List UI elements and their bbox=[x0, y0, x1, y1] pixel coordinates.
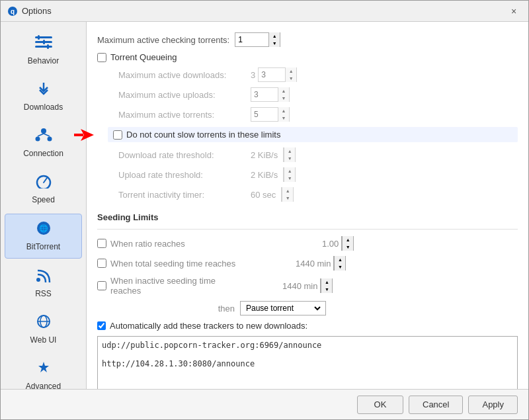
max-uploads-spinbox-btns: ▲ ▼ bbox=[278, 87, 289, 102]
sidebar-item-label-webui: Web UI bbox=[30, 335, 57, 345]
when-inactive-value: 1440 min bbox=[282, 281, 317, 291]
when-ratio-value: 1.00 bbox=[322, 239, 339, 249]
bottom-bar: OK Cancel Apply bbox=[1, 389, 528, 419]
when-total-up[interactable]: ▲ bbox=[335, 256, 345, 263]
when-inactive-label[interactable]: When inactive seeding time reaches bbox=[110, 276, 243, 296]
upload-rate-value: 2 KiB/s bbox=[251, 170, 278, 180]
svg-rect-4 bbox=[35, 46, 52, 48]
download-rate-up[interactable]: ▲ bbox=[284, 147, 295, 155]
max-uploads-up[interactable]: ▲ bbox=[278, 87, 289, 95]
sidebar-item-label-advanced: Advanced bbox=[26, 382, 61, 389]
connection-icon bbox=[34, 128, 53, 146]
then-select[interactable]: Pause torrent bbox=[240, 301, 326, 315]
inactivity-timer-down[interactable]: ▼ bbox=[282, 194, 293, 202]
when-total-row: When total seeding time reaches 1440 min… bbox=[97, 256, 518, 271]
max-downloads-up[interactable]: ▲ bbox=[286, 67, 296, 75]
auto-add-trackers-label[interactable]: Automatically add these trackers to new … bbox=[110, 321, 307, 331]
svg-line-13 bbox=[38, 134, 44, 136]
when-ratio-spinbox[interactable]: ▲ ▼ bbox=[341, 236, 354, 251]
when-total-checkbox[interactable] bbox=[97, 259, 106, 268]
max-uploads-row: Maximum active uploads: ▲ ▼ bbox=[108, 87, 518, 102]
torrent-queueing-checkbox[interactable] bbox=[97, 53, 106, 62]
do-not-count-label[interactable]: Do not count slow torrents in these limi… bbox=[126, 130, 280, 140]
max-checking-spinbox[interactable]: ▲ ▼ bbox=[235, 32, 280, 47]
when-ratio-label[interactable]: When ratio reaches bbox=[110, 239, 243, 249]
speed-icon bbox=[35, 174, 52, 192]
sidebar-item-connection[interactable]: Connection bbox=[5, 121, 82, 165]
when-total-spinbox[interactable]: ▲ ▼ bbox=[333, 256, 346, 271]
svg-rect-2 bbox=[35, 36, 52, 38]
download-rate-spinbox-btns: ▲ ▼ bbox=[284, 147, 295, 162]
when-inactive-spinbox[interactable]: ▲ ▼ bbox=[320, 278, 333, 293]
upload-rate-down[interactable]: ▼ bbox=[284, 175, 295, 182]
max-uploads-down[interactable]: ▼ bbox=[278, 95, 289, 102]
inactivity-timer-up[interactable]: ▲ bbox=[282, 187, 293, 194]
sidebar-item-bittorrent[interactable]: 🌐 BitTorrent bbox=[5, 214, 82, 259]
sidebar-item-advanced[interactable]: Advanced bbox=[5, 354, 82, 389]
then-select-input[interactable]: Pause torrent bbox=[243, 303, 323, 314]
sidebar-item-webui[interactable]: Web UI bbox=[5, 308, 82, 351]
when-total-down[interactable]: ▼ bbox=[335, 263, 345, 271]
inactivity-timer-row: Torrent inactivity timer: 60 sec ▲ ▼ bbox=[108, 187, 518, 202]
ok-button[interactable]: OK bbox=[357, 396, 403, 414]
max-uploads-input[interactable] bbox=[251, 88, 278, 101]
when-total-checkbox-row: When total seeding time reaches bbox=[97, 259, 282, 269]
inactivity-timer-spinbox-btns: ▲ ▼ bbox=[282, 187, 293, 202]
cancel-button[interactable]: Cancel bbox=[409, 396, 463, 414]
svg-rect-9 bbox=[74, 134, 83, 136]
max-torrents-up[interactable]: ▲ bbox=[278, 107, 289, 114]
sidebar-item-behavior[interactable]: Behavior bbox=[5, 28, 82, 72]
download-rate-down[interactable]: ▼ bbox=[284, 155, 295, 162]
when-inactive-down[interactable]: ▼ bbox=[321, 286, 332, 293]
max-checking-spinbox-btns: ▲ ▼ bbox=[268, 32, 280, 47]
then-label: then bbox=[108, 304, 240, 314]
close-button[interactable]: × bbox=[506, 3, 522, 19]
when-inactive-up[interactable]: ▲ bbox=[321, 278, 332, 286]
max-torrents-spinbox[interactable]: ▲ ▼ bbox=[251, 107, 290, 122]
upload-rate-label: Upload rate threshold: bbox=[118, 170, 251, 180]
when-ratio-up[interactable]: ▲ bbox=[343, 236, 353, 243]
upload-rate-spinbox[interactable]: ▲ ▼ bbox=[283, 167, 296, 182]
when-total-label[interactable]: When total seeding time reaches bbox=[110, 259, 243, 269]
max-downloads-row: Maximum active downloads: 3 ▲ ▼ bbox=[108, 67, 518, 82]
svg-text:q: q bbox=[11, 8, 15, 15]
max-torrents-down[interactable]: ▼ bbox=[278, 114, 289, 122]
max-checking-up[interactable]: ▲ bbox=[269, 32, 280, 40]
svg-point-10 bbox=[41, 128, 46, 134]
max-checking-down[interactable]: ▼ bbox=[269, 40, 280, 47]
max-torrents-label: Maximum active torrents: bbox=[118, 110, 251, 120]
downloads-icon bbox=[35, 81, 52, 100]
max-torrents-row: Maximum active torrents: ▲ ▼ bbox=[108, 107, 518, 122]
max-downloads-down[interactable]: ▼ bbox=[286, 75, 296, 82]
window-title: Options bbox=[22, 6, 52, 16]
download-rate-spinbox[interactable]: ▲ ▼ bbox=[283, 147, 296, 162]
max-checking-input[interactable] bbox=[235, 33, 268, 46]
upload-rate-up[interactable]: ▲ bbox=[284, 167, 295, 175]
svg-point-11 bbox=[35, 137, 40, 142]
svg-line-16 bbox=[44, 178, 47, 183]
max-torrents-input[interactable] bbox=[251, 108, 278, 121]
sidebar-item-downloads[interactable]: Downloads bbox=[5, 75, 82, 118]
svg-point-12 bbox=[47, 137, 52, 142]
max-downloads-value: 3 bbox=[251, 70, 255, 80]
auto-add-trackers-checkbox[interactable] bbox=[97, 321, 106, 330]
sidebar-item-rss[interactable]: RSS bbox=[5, 261, 82, 305]
title-bar: q Options × bbox=[1, 1, 528, 22]
app-icon: q bbox=[7, 6, 18, 17]
inactivity-timer-spinbox[interactable]: ▲ ▼ bbox=[281, 187, 294, 202]
when-inactive-checkbox[interactable] bbox=[97, 281, 106, 290]
when-inactive-checkbox-row: When inactive seeding time reaches bbox=[97, 276, 282, 296]
sidebar: Behavior Downloads bbox=[1, 22, 87, 389]
do-not-count-checkbox[interactable] bbox=[113, 130, 122, 140]
trackers-textarea[interactable] bbox=[97, 336, 518, 389]
sidebar-item-speed[interactable]: Speed bbox=[5, 167, 82, 211]
max-uploads-spinbox[interactable]: ▲ ▼ bbox=[251, 87, 290, 102]
apply-button[interactable]: Apply bbox=[468, 396, 518, 414]
max-downloads-input[interactable] bbox=[259, 68, 285, 81]
when-ratio-down[interactable]: ▼ bbox=[343, 243, 353, 251]
when-ratio-checkbox[interactable] bbox=[97, 239, 106, 248]
webui-icon bbox=[35, 314, 52, 333]
torrent-queueing-label[interactable]: Torrent Queueing bbox=[110, 52, 177, 62]
max-downloads-spinbox[interactable]: ▲ ▼ bbox=[258, 67, 297, 82]
max-checking-label: Maximum active checking torrents: bbox=[97, 35, 229, 45]
